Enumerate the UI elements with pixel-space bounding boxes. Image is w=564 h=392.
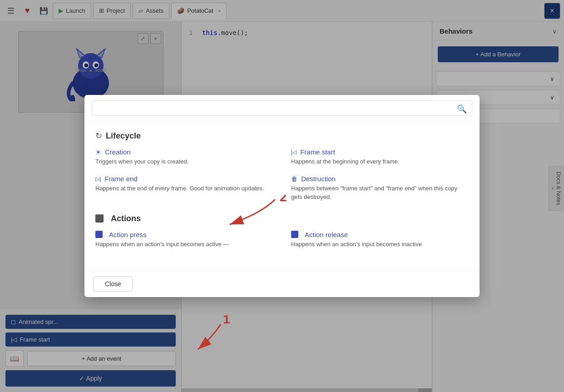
action-press-item-title: Action press <box>95 231 273 238</box>
action-press-item[interactable]: Action press Happens when an action's in… <box>95 231 273 248</box>
frame-end-item[interactable]: ▷| Frame end Happens at the end of every… <box>95 175 273 201</box>
lifecycle-icon: ↻ <box>95 131 102 141</box>
action-release-desc: Happens when an action's input becomes i… <box>291 240 469 248</box>
action-press-desc: Happens when an action's input becomes a… <box>95 240 273 248</box>
creation-name: Creation <box>105 148 131 156</box>
actions-icon <box>95 214 104 223</box>
lifecycle-section-header: ↻ Lifecycle <box>95 131 469 141</box>
frame-end-item-title: ▷| Frame end <box>95 175 273 183</box>
search-icon: 🔍 <box>457 104 467 114</box>
action-release-item[interactable]: Action release Happens when an action's … <box>291 231 469 248</box>
destruction-icon: 🗑 <box>291 175 297 183</box>
frame-start-desc: Happens at the beginning of every frame. <box>291 158 469 166</box>
frame-start-item[interactable]: |◁ Frame start Happens at the beginning … <box>291 148 469 166</box>
creation-item-title: ☀ Creation <box>95 148 273 156</box>
actions-section-header: Actions <box>95 214 469 223</box>
action-press-name: Action press <box>109 231 147 238</box>
creation-desc: Triggers when your copy is created. <box>95 158 273 166</box>
action-press-icon <box>95 231 103 238</box>
modal-close-button[interactable]: Close <box>94 276 133 292</box>
lifecycle-items-grid: ☀ Creation Triggers when your copy is cr… <box>95 148 469 201</box>
destruction-item[interactable]: 🗑 Destruction Happens between "frame sta… <box>291 175 469 201</box>
modal-search-bar: 🔍 <box>84 95 480 122</box>
action-release-name: Action release <box>305 231 348 238</box>
frame-end-desc: Happens at the end of every frame. Good … <box>95 184 273 193</box>
svg-text:1: 1 <box>223 315 230 326</box>
creation-item[interactable]: ☀ Creation Triggers when your copy is cr… <box>95 148 273 166</box>
action-release-icon <box>291 231 298 238</box>
annotation-arrow-1: 1 <box>130 315 257 361</box>
action-release-item-title: Action release <box>291 231 469 238</box>
destruction-name: Destruction <box>301 175 336 183</box>
actions-title: Actions <box>111 214 141 223</box>
actions-items-grid: Action press Happens when an action's in… <box>95 231 469 248</box>
frame-end-icon: ▷| <box>95 176 101 182</box>
modal-footer: Close <box>84 270 480 297</box>
frame-end-name: Frame end <box>104 175 138 183</box>
modal-overlay[interactable]: 🔍 ↻ Lifecycle ☀ Creation Triggers when y… <box>0 0 564 392</box>
destruction-item-title: 🗑 Destruction <box>291 175 469 183</box>
frame-start-name: Frame start <box>300 148 335 156</box>
creation-icon: ☀ <box>95 149 101 156</box>
frame-start-icon: |◁ <box>291 149 297 155</box>
lifecycle-title: Lifecycle <box>106 131 141 141</box>
frame-start-item-title: |◁ Frame start <box>291 148 469 156</box>
destruction-desc: Happens between "frame start" and "frame… <box>291 184 469 201</box>
modal: 🔍 ↻ Lifecycle ☀ Creation Triggers when y… <box>84 95 480 297</box>
modal-body: ↻ Lifecycle ☀ Creation Triggers when you… <box>84 122 480 270</box>
modal-search-input[interactable] <box>92 100 472 116</box>
